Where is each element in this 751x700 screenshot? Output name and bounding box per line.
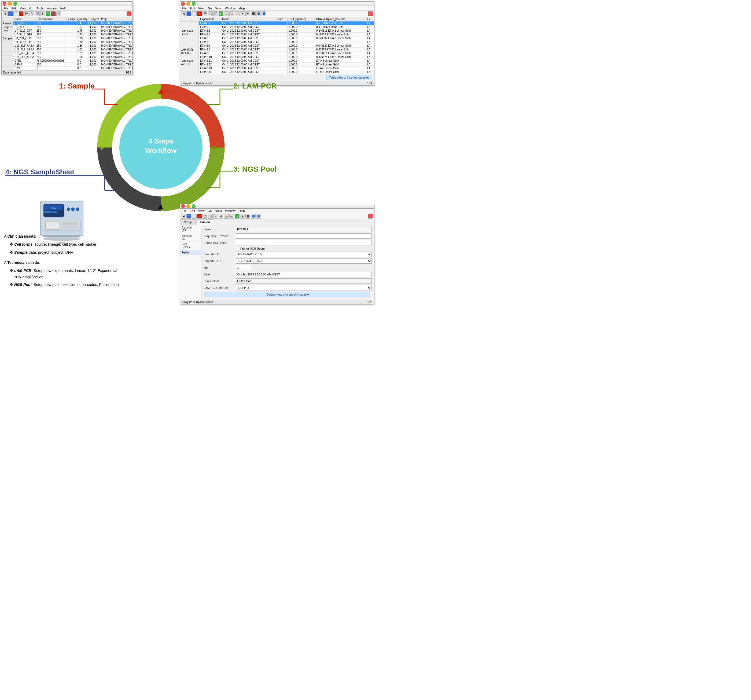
- win2-table-row[interactable]: ET#42.9 Oct 1, 2013 12:00:00 AM CEST 1,0…: [199, 51, 374, 55]
- win2-table-row[interactable]: ET#42.13 Oct 1, 2013 12:00:00 AM CEST 1,…: [199, 66, 374, 70]
- win3-arrow1[interactable]: ⬅: [229, 214, 234, 219]
- win2-icon3[interactable]: ★: [240, 11, 245, 16]
- win3-delete[interactable]: ✕: [197, 214, 202, 219]
- win3-menu-tools[interactable]: Tools: [213, 209, 223, 213]
- win2-icon5[interactable]: ⬛: [251, 11, 256, 16]
- win1-min-btn[interactable]: [8, 2, 12, 6]
- win1-close-btn[interactable]: [3, 2, 6, 6]
- win3-menu-go[interactable]: Go: [206, 209, 213, 213]
- win2-menu-help[interactable]: Help: [237, 6, 246, 10]
- win2-menu-edit[interactable]: Edit: [189, 6, 196, 10]
- win2-help[interactable]: ?: [186, 11, 191, 16]
- win3-close-x[interactable]: ✕: [368, 214, 373, 219]
- win1-menu-go[interactable]: Go: [28, 6, 35, 10]
- form-pool-details-input[interactable]: [236, 278, 372, 284]
- form-name-input[interactable]: [236, 227, 372, 232]
- win2-new[interactable]: 📄: [192, 11, 196, 16]
- win3-home[interactable]: 🏠: [224, 214, 229, 219]
- form-barcode-lc-select[interactable]: FB-P7-Rd2-LC.16: [236, 252, 372, 257]
- sidebar-barcode-ltr[interactable]: BarcodeLTR: [180, 225, 201, 233]
- win2-table-container[interactable]: Experiment Name Date DNA (ng used) DNA V…: [199, 17, 374, 74]
- win2-print[interactable]: 🖨: [224, 11, 229, 16]
- win2-col-date[interactable]: Date: [276, 17, 287, 22]
- win2-close-x[interactable]: ✕: [368, 11, 373, 16]
- tab-fusion[interactable]: Fusion: [196, 219, 214, 225]
- win2-delete[interactable]: ✕: [197, 11, 202, 16]
- win1-col-proj[interactable]: Proje: [100, 17, 133, 22]
- win3-arrow3[interactable]: ★: [240, 214, 245, 219]
- win1-table-row[interactable]: CTRL- 767.059999999999995 0.0 1,000 MONK…: [13, 59, 133, 63]
- win1-col-qty[interactable]: Quantity: [76, 17, 88, 22]
- win3-menu-edit[interactable]: Edit: [189, 209, 196, 213]
- win2-icon7[interactable]: 🔵: [261, 11, 266, 16]
- win2-table-row[interactable]: ET#42.5 Oct 1, 2013 12:00:00 AM CEST 1,0…: [199, 37, 374, 40]
- win1-table-row[interactable]: U17_3L5_ARSA 250 1.56 1,000 MONKEY BRAIN…: [13, 44, 133, 48]
- win2-search[interactable]: 🔍: [208, 11, 213, 16]
- win2-table-row[interactable]: ET#42.11 Oct 1, 2013 12:00:00 AM CEST 1,…: [199, 59, 374, 63]
- win3-close-btn[interactable]: [181, 204, 185, 208]
- win3-icon1[interactable]: ⬛: [246, 214, 250, 219]
- win1-table-row[interactable]: U8_4L7_GFP 250 1.79 1,000 MONKEY BRAIN L…: [13, 40, 133, 44]
- win2-icon4[interactable]: ★: [246, 11, 250, 16]
- win1-help[interactable]: ?: [8, 11, 13, 16]
- win3-nav-back[interactable]: ◀: [181, 214, 186, 219]
- win1-max-btn[interactable]: [14, 2, 17, 6]
- win1-refresh[interactable]: 🔄: [35, 11, 40, 16]
- win1-close-x[interactable]: ✕: [127, 11, 131, 16]
- win1-new[interactable]: 📄: [14, 11, 18, 16]
- win2-table-row[interactable]: ET#42.7 Oct 1, 2013 12:00:00 AM CEST 1,0…: [199, 44, 374, 48]
- win1-col-quality[interactable]: Quality: [65, 17, 76, 22]
- win2-refresh[interactable]: 🔄: [213, 11, 218, 16]
- win1-table-row[interactable]: UT_7865 250 1.4 1,000 MONKEY BRAIN LV TR…: [13, 22, 133, 25]
- win3-icon2[interactable]: 🔵: [251, 214, 256, 219]
- win2-col-dna[interactable]: DNA (ng used): [287, 17, 315, 22]
- win2-table-row[interactable]: ET#42.1 Oct 1, 2013 12:00:00 AM CEST 1,0…: [199, 22, 374, 25]
- win2-table-row[interactable]: ET#42.6 Oct 1, 2013 12:00:00 AM CEST 1,0…: [199, 40, 374, 44]
- win2-menu-tools[interactable]: Tools: [213, 6, 223, 10]
- win2-save[interactable]: 💾: [202, 11, 207, 16]
- win3-icon3[interactable]: 🔵: [256, 214, 261, 219]
- win1-col-name[interactable]: Name: [13, 17, 35, 22]
- win2-col-vcn[interactable]: DNA VCNplate_barcode: [315, 17, 366, 22]
- win2-table-row[interactable]: ET#42.3 Oct 1, 2013 12:00:00 AM CEST 1,0…: [199, 29, 374, 33]
- win1-col-conc[interactable]: Concentration: [36, 17, 65, 22]
- win2-min-btn[interactable]: [186, 2, 190, 6]
- win1-table-row[interactable]: UT_8371 250 1.67 1,000 MONKEY BRAIN LV T…: [13, 25, 133, 29]
- win3-save[interactable]: 💾: [202, 214, 207, 219]
- win1-menu-tools[interactable]: Tools: [35, 6, 45, 10]
- win2-table-row[interactable]: ET#42.4 Oct 1, 2013 12:00:00 AM CEST 1,0…: [199, 33, 374, 37]
- win2-table-row[interactable]: ET#42.8 Oct 1, 2013 12:00:00 AM CEST 1,0…: [199, 48, 374, 51]
- win1-table-row[interactable]: U19_2L9_ARSA 250 1.69 1,000 MONKEY BRAIN…: [13, 51, 133, 55]
- win3-arrow2[interactable]: ★: [235, 214, 240, 219]
- win3-min-btn[interactable]: [186, 204, 190, 208]
- win2-col-ex[interactable]: Ex: [366, 17, 374, 22]
- win2-icon6[interactable]: 🔵: [256, 11, 261, 16]
- win1-delete[interactable]: ✕: [19, 11, 23, 16]
- win2-table-row[interactable]: ET#42.14 Oct 1, 2013 12:00:00 AM CEST 1,…: [199, 70, 374, 74]
- win3-menu-help[interactable]: Help: [237, 209, 246, 213]
- win2-nav-back[interactable]: ◀: [181, 11, 186, 16]
- form-barcode-ltr-select[interactable]: FB-P5-Rd1-LTR.22: [236, 258, 372, 264]
- win2-icon2[interactable]: ⚡: [235, 11, 240, 16]
- win1-table-row[interactable]: CEM4 100 0.0 1,000 MONKEY BRAIN LV TREAT…: [13, 63, 133, 66]
- win2-table-row[interactable]: ET#42.12 Oct 1, 2013 12:00:00 AM CEST 1,…: [199, 63, 374, 66]
- win3-menu-file[interactable]: File: [181, 209, 188, 213]
- tab-setup[interactable]: Setup: [180, 219, 196, 225]
- win2-menu-window[interactable]: Window: [224, 6, 237, 10]
- win3-menu-view[interactable]: View: [197, 209, 206, 213]
- win1-save[interactable]: 💾: [24, 11, 29, 16]
- form-primer-conc-input[interactable]: [236, 240, 372, 246]
- win3-new[interactable]: 📄: [192, 214, 196, 219]
- win2-col-exp[interactable]: Experiment: [199, 17, 221, 22]
- win1-table-container[interactable]: Name Concentration Quality Quantity Subj…: [13, 17, 133, 70]
- win1-table-row[interactable]: U7_3L19_GFP 250 1.75 1,000 MONKEY BRAIN …: [13, 29, 133, 33]
- win3-edit[interactable]: ✏: [213, 214, 218, 219]
- win2-table-row[interactable]: ET#42.2 Oct 1, 2013 12:00:00 AM CEST 1,0…: [199, 25, 374, 29]
- win2-close-btn[interactable]: [181, 2, 185, 6]
- win1-table-row[interactable]: U7_5L16_GFP 250 1.73 1,000 MONKEY BRAIN …: [13, 33, 133, 37]
- win1-table-row[interactable]: H2O 0 0.0 0 MONKEY BRAIN LV TREATED 1...…: [13, 66, 133, 70]
- win1-menu-help[interactable]: Help: [59, 6, 68, 10]
- win1-table-row[interactable]: U8_2L8_GFP 250 1.78 1,000 MONKEY BRAIN L…: [13, 37, 133, 40]
- win2-menu-go[interactable]: Go: [206, 6, 213, 10]
- form-mix-input[interactable]: [236, 265, 252, 270]
